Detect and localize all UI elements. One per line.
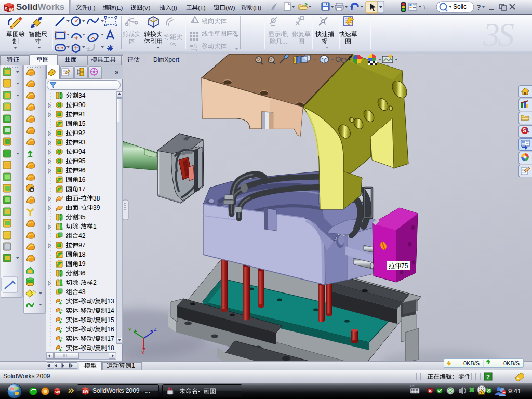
svg-text:X: X [141, 350, 144, 355]
svg-text:Solic: Solic [453, 3, 467, 10]
svg-text:SW: SW [83, 390, 89, 393]
svg-text:!: ! [193, 18, 194, 23]
svg-text:SW: SW [55, 390, 60, 394]
svg-text:0KB/S: 0KB/S [503, 360, 520, 366]
svg-text:Z: Z [154, 327, 157, 332]
svg-text:Y: Y [128, 327, 131, 332]
svg-text:?: ? [486, 374, 490, 380]
svg-text:CH: CH [410, 384, 415, 388]
svg-text:?: ? [476, 3, 481, 11]
svg-text:!: ! [481, 391, 482, 395]
svg-text:S: S [523, 128, 526, 134]
svg-text:).,: )., [423, 4, 429, 10]
svg-text:0KB/S: 0KB/S [463, 360, 480, 366]
